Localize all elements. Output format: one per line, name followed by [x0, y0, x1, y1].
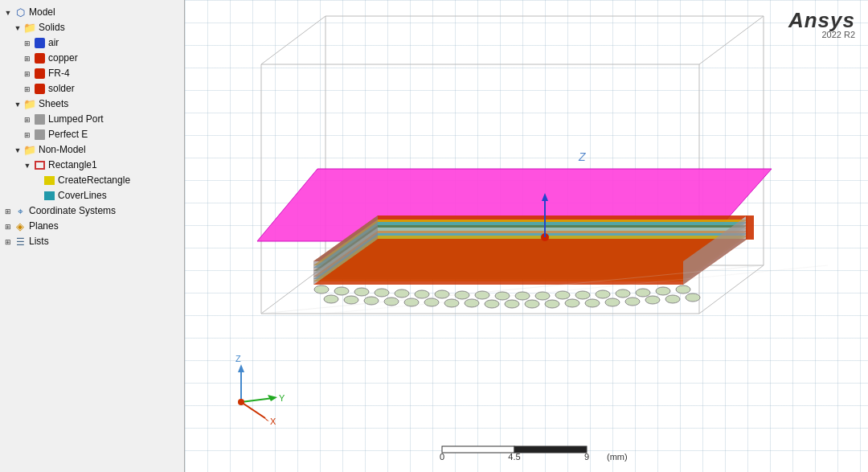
tree-label-model: Model	[29, 6, 55, 19]
svg-point-69	[238, 399, 244, 405]
svg-point-48	[545, 300, 559, 308]
svg-line-66	[241, 398, 273, 402]
svg-point-24	[435, 290, 449, 298]
svg-text:X: X	[270, 417, 276, 426]
svg-point-35	[656, 287, 670, 295]
svg-point-46	[505, 300, 519, 308]
tree-item-planes[interactable]: ⊞ ◈ Planes	[0, 219, 184, 234]
svg-point-37	[324, 295, 338, 303]
lists-icon: ☰	[14, 236, 27, 248]
tree-item-air[interactable]: ⊞ air	[0, 35, 184, 51]
svg-point-32	[596, 290, 610, 298]
svg-point-23	[415, 290, 429, 298]
expand-icon-solids[interactable]: ▼	[13, 23, 23, 33]
tree-item-sheets[interactable]: ▼ 📁 Sheets	[0, 96, 184, 112]
tree-item-solder[interactable]: ⊞ solder	[0, 81, 184, 96]
expand-icon-lumped[interactable]: ⊞	[23, 115, 32, 125]
svg-point-38	[344, 296, 358, 304]
tree-label-lists: Lists	[29, 235, 49, 248]
tree-item-non-model[interactable]: ▼ 📁 Non-Model	[0, 142, 184, 158]
3d-viewport[interactable]: Ansys 2022 R2	[185, 0, 868, 472]
expand-icon-non-model[interactable]: ▼	[13, 146, 23, 155]
svg-rect-70	[442, 446, 514, 453]
tree-label-fr4: FR-4	[48, 67, 70, 80]
perfect-e-icon	[33, 129, 46, 141]
tree-item-perfect-e[interactable]: ⊞ Perfect E	[0, 127, 184, 142]
model-icon: ⬡	[14, 7, 27, 18]
create-rect-icon	[43, 175, 55, 187]
non-model-folder-icon: 📁	[23, 145, 36, 156]
cover-lines-icon	[43, 191, 55, 202]
expand-icon-air[interactable]: ⊞	[23, 39, 32, 48]
expand-icon-sheets[interactable]: ▼	[13, 100, 23, 109]
planes-icon: ◈	[14, 221, 27, 232]
svg-text:(mm): (mm)	[607, 452, 628, 462]
tree-item-lists[interactable]: ⊞ ☰ Lists	[0, 234, 184, 249]
svg-point-49	[565, 299, 579, 307]
fr4-icon	[33, 68, 46, 80]
svg-point-30	[555, 291, 570, 299]
expand-icon-model[interactable]: ▼	[3, 8, 13, 18]
svg-point-55	[686, 293, 700, 302]
tree-label-create-rect: CreateRectangle	[58, 174, 130, 187]
svg-point-28	[515, 292, 530, 300]
svg-point-34	[636, 289, 650, 297]
solder-icon	[33, 84, 46, 95]
tree-item-model[interactable]: ▼ ⬡ Model	[0, 5, 184, 20]
tree-label-cover-lines: CoverLines	[58, 189, 107, 203]
svg-marker-1	[261, 16, 764, 64]
tree-item-create-rect[interactable]: ⊞ CreateRectangle	[0, 173, 184, 188]
tree-label-copper: copper	[48, 51, 78, 65]
expand-icon-fr4[interactable]: ⊞	[23, 69, 32, 79]
sheets-folder-icon: 📁	[23, 99, 36, 110]
expand-icon-perfect-e[interactable]: ⊞	[23, 130, 32, 140]
tree-label-rect1: Rectangle1	[48, 158, 97, 172]
rect1-icon	[33, 160, 46, 171]
svg-point-20	[354, 288, 369, 296]
svg-point-51	[605, 298, 620, 306]
solids-folder-icon: 📁	[23, 23, 36, 34]
svg-point-21	[375, 289, 389, 297]
expand-icon-solder[interactable]: ⊞	[23, 84, 32, 94]
tree-item-coord-systems[interactable]: ⊞ ⌖ Coordinate Systems	[0, 203, 184, 219]
svg-point-27	[495, 292, 510, 300]
tree-item-cover-lines[interactable]: ⊞ CoverLines	[0, 188, 184, 203]
coord-icon: ⌖	[14, 206, 27, 217]
svg-point-45	[485, 300, 499, 308]
expand-icon-rect1[interactable]: ▼	[23, 161, 32, 170]
expand-icon-copper[interactable]: ⊞	[23, 54, 32, 64]
svg-point-54	[665, 295, 680, 303]
tree-label-air: air	[48, 36, 59, 50]
svg-point-53	[645, 296, 660, 304]
svg-text:0: 0	[440, 452, 444, 462]
tree-item-solids[interactable]: ▼ 📁 Solids	[0, 20, 184, 35]
tree-item-fr4[interactable]: ⊞ FR-4	[0, 66, 184, 81]
expand-icon-coord[interactable]: ⊞	[3, 207, 13, 216]
expand-icon-lists[interactable]: ⊞	[3, 237, 13, 247]
svg-point-50	[585, 299, 600, 307]
tree-item-copper[interactable]: ⊞ copper	[0, 51, 184, 66]
svg-point-22	[395, 289, 409, 298]
svg-text:Y: Y	[279, 393, 285, 403]
svg-point-44	[465, 299, 479, 307]
svg-point-43	[444, 299, 459, 307]
lumped-port-icon	[33, 114, 46, 125]
expand-icon-planes[interactable]: ⊞	[3, 222, 13, 232]
svg-point-36	[676, 285, 690, 293]
svg-point-33	[616, 289, 630, 298]
tree-item-rectangle1[interactable]: ▼ Rectangle1	[0, 158, 184, 173]
svg-text:4.5: 4.5	[508, 452, 520, 462]
tree-label-solder: solder	[48, 82, 75, 96]
svg-point-47	[525, 300, 539, 308]
model-tree-sidebar[interactable]: ▼ ⬡ Model ▼ 📁 Solids ⊞ air ⊞ copper ⊞ FR…	[0, 0, 185, 472]
3d-scene-svg: Z Z X Y 0 4.5 9 (mm)	[185, 0, 868, 472]
tree-item-lumped-port[interactable]: ⊞ Lumped Port	[0, 112, 184, 127]
tree-label-sheets: Sheets	[39, 97, 68, 111]
svg-text:9: 9	[584, 452, 589, 462]
tree-label-solids: Solids	[39, 21, 65, 35]
svg-point-31	[575, 291, 590, 299]
svg-marker-61	[238, 364, 244, 372]
svg-marker-15	[313, 239, 747, 285]
tree-label-coord: Coordinate Systems	[29, 204, 116, 218]
tree-label-non-model: Non-Model	[39, 143, 86, 157]
